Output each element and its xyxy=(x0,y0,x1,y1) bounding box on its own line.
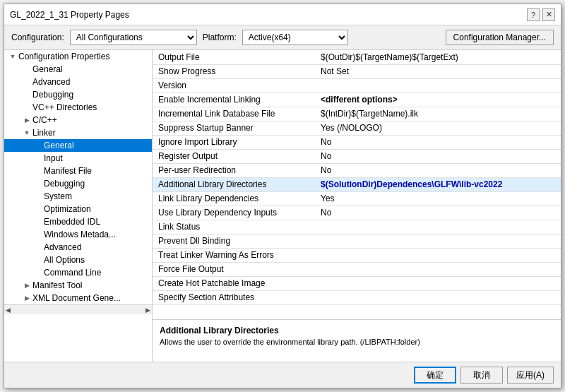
sidebar-item-debugging[interactable]: Debugging xyxy=(4,88,152,101)
sidebar-item-command-line[interactable]: Command Line xyxy=(4,266,152,279)
sidebar-label-xml-doc: XML Document Gene... xyxy=(32,293,121,303)
sidebar-label-config-props: Configuration Properties xyxy=(18,52,109,61)
scroll-right-arrow[interactable]: ▶ xyxy=(145,307,150,314)
ok-button[interactable]: 确定 xyxy=(414,367,456,384)
sidebar-label-linker-system: System xyxy=(44,191,72,201)
prop-label: Enable Incremental Linking xyxy=(153,93,315,107)
sidebar-item-all-options[interactable]: All Options xyxy=(4,254,152,266)
table-row[interactable]: Per-user RedirectionNo xyxy=(153,163,561,177)
prop-value: No xyxy=(315,206,561,220)
sidebar-item-cpp[interactable]: ▶ C/C++ xyxy=(4,114,152,126)
table-row[interactable]: Output File$(OutDir)$(TargetName)$(Targe… xyxy=(153,50,561,64)
prop-label: Link Status xyxy=(153,220,315,234)
sidebar-item-linker-system[interactable]: System xyxy=(4,190,152,203)
table-row[interactable]: Show ProgressNot Set xyxy=(153,64,561,78)
table-row[interactable]: Additional Library Directories$(Solution… xyxy=(153,177,561,191)
dialog-title: GL_2022_1_31 Property Pages xyxy=(10,10,129,20)
config-manager-button[interactable]: Configuration Manager... xyxy=(446,30,554,45)
sidebar-item-linker-input[interactable]: Input xyxy=(4,152,152,165)
prop-label: Ignore Import Library xyxy=(153,135,315,149)
prop-label: Force File Output xyxy=(153,262,315,276)
sidebar-item-config-props[interactable]: ▼ Configuration Properties xyxy=(4,50,152,63)
button-bar: 确定 取消 应用(A) xyxy=(4,362,561,388)
scroll-left-arrow[interactable]: ◀ xyxy=(6,307,11,314)
cancel-button[interactable]: 取消 xyxy=(460,367,503,384)
prop-value: $(IntDir)$(TargetName).ilk xyxy=(315,107,561,121)
prop-label: Incremental Link Database File xyxy=(153,107,315,121)
prop-value xyxy=(315,276,561,290)
sidebar-item-linker-general[interactable]: General xyxy=(4,139,152,152)
table-row[interactable]: Force File Output xyxy=(153,262,561,276)
sidebar-label-cpp: C/C++ xyxy=(32,115,57,125)
sidebar-item-embedded-idl[interactable]: Embedded IDL xyxy=(4,215,152,228)
table-row[interactable]: Link Library DependenciesYes xyxy=(153,191,561,206)
properties-table: Output File$(OutDir)$(TargetName)$(Targe… xyxy=(153,50,561,319)
sidebar-label-linker-opt: Optimization xyxy=(44,204,91,214)
table-row[interactable]: Specify Section Attributes xyxy=(153,290,561,304)
table-row[interactable]: Link Status xyxy=(153,220,561,234)
prop-label: Suppress Startup Banner xyxy=(153,121,315,135)
sidebar-item-xml-doc[interactable]: ▶ XML Document Gene... xyxy=(4,292,152,304)
prop-value xyxy=(315,78,561,93)
prop-value: No xyxy=(315,135,561,149)
prop-value xyxy=(315,262,561,276)
title-bar-controls: ? ✕ xyxy=(527,8,555,21)
prop-label: Specify Section Attributes xyxy=(153,290,315,304)
info-panel-desc: Allows the user to override the environm… xyxy=(160,338,554,346)
help-button[interactable]: ? xyxy=(527,8,540,21)
prop-value: Yes xyxy=(315,191,561,206)
sidebar-item-advanced[interactable]: Advanced xyxy=(4,76,152,88)
sidebar-label-linker-manifest: Manifest File xyxy=(44,166,92,176)
main-content: ▼ Configuration Properties General Advan… xyxy=(4,50,561,362)
prop-value xyxy=(315,220,561,234)
title-bar: GL_2022_1_31 Property Pages ? ✕ xyxy=(4,4,561,25)
table-row[interactable]: Prevent Dll Binding xyxy=(153,234,561,248)
table-row[interactable]: Incremental Link Database File$(IntDir)$… xyxy=(153,107,561,121)
prop-value: $(SolutionDir)Dependences\GLFW\lib-vc202… xyxy=(315,177,561,191)
sidebar-item-windows-meta[interactable]: Windows Metada... xyxy=(4,228,152,241)
sidebar-item-linker-advanced[interactable]: Advanced xyxy=(4,241,152,254)
prop-value: Not Set xyxy=(315,64,561,78)
sidebar-item-linker-manifest[interactable]: Manifest File xyxy=(4,165,152,177)
sidebar-item-manifest-tool[interactable]: ▶ Manifest Tool xyxy=(4,279,152,292)
close-button[interactable]: ✕ xyxy=(542,8,555,21)
sidebar-label-embedded-idl: Embedded IDL xyxy=(44,217,100,227)
table-row[interactable]: Version xyxy=(153,78,561,93)
sidebar-label-debugging: Debugging xyxy=(32,90,73,100)
prop-label: Use Library Dependency Inputs xyxy=(153,206,315,220)
sidebar-label-advanced: Advanced xyxy=(32,77,70,87)
prop-label: Output File xyxy=(153,50,315,64)
table-row[interactable]: Enable Incremental Linking<different opt… xyxy=(153,93,561,107)
table-row[interactable]: Ignore Import LibraryNo xyxy=(153,135,561,149)
prop-value xyxy=(315,290,561,304)
sidebar-item-linker[interactable]: ▼ Linker xyxy=(4,126,152,139)
table-row[interactable]: Suppress Startup BannerYes (/NOLOGO) xyxy=(153,121,561,135)
sidebar-label-linker-advanced: Advanced xyxy=(44,242,81,252)
table-row[interactable]: Create Hot Patchable Image xyxy=(153,276,561,290)
sidebar-item-general[interactable]: General xyxy=(4,63,152,76)
prop-label: Link Library Dependencies xyxy=(153,191,315,206)
sidebar-item-vcpp-dirs[interactable]: VC++ Directories xyxy=(4,101,152,114)
props-grid: Output File$(OutDir)$(TargetName)$(Targe… xyxy=(153,50,561,305)
sidebar-item-linker-debugging[interactable]: Debugging xyxy=(4,177,152,190)
table-row[interactable]: Use Library Dependency InputsNo xyxy=(153,206,561,220)
platform-select[interactable]: Active(x64) xyxy=(242,30,348,45)
prop-label: Prevent Dll Binding xyxy=(153,234,315,248)
prop-value xyxy=(315,248,561,262)
sidebar-label-linker-input: Input xyxy=(44,153,63,163)
info-panel-title: Additional Library Directories xyxy=(160,326,554,335)
table-row[interactable]: Register OutputNo xyxy=(153,149,561,163)
sidebar-label-windows-meta: Windows Metada... xyxy=(44,230,116,239)
prop-value: Yes (/NOLOGO) xyxy=(315,121,561,135)
sidebar-label-command-line: Command Line xyxy=(44,268,101,278)
prop-label: Version xyxy=(153,78,315,93)
platform-label: Platform: xyxy=(203,32,237,42)
table-row[interactable]: Treat Linker Warning As Errors xyxy=(153,248,561,262)
sidebar-label-linker-general: General xyxy=(44,141,74,150)
prop-value: $(OutDir)$(TargetName)$(TargetExt) xyxy=(315,50,561,64)
sidebar-item-linker-optimization[interactable]: Optimization xyxy=(4,203,152,215)
configuration-select[interactable]: All Configurations xyxy=(70,30,197,45)
prop-label: Additional Library Directories xyxy=(153,177,315,191)
apply-button[interactable]: 应用(A) xyxy=(507,367,554,384)
prop-label: Show Progress xyxy=(153,64,315,78)
